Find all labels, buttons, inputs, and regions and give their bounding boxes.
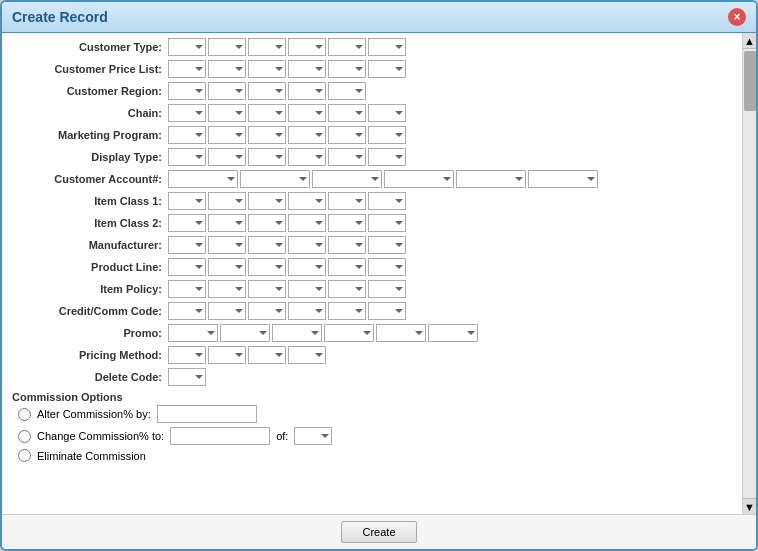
promo-dd-4[interactable] xyxy=(324,324,374,342)
cpl-dd-2[interactable] xyxy=(208,60,246,78)
mp-dd-3[interactable] xyxy=(248,126,286,144)
chain-dd-5[interactable] xyxy=(328,104,366,122)
ca-dd-2[interactable] xyxy=(240,170,310,188)
mfr-dd-5[interactable] xyxy=(328,236,366,254)
customer-type-dd-5[interactable] xyxy=(328,38,366,56)
cpl-dd-1[interactable] xyxy=(168,60,206,78)
pm-dd-2[interactable] xyxy=(208,346,246,364)
cpl-dd-3[interactable] xyxy=(248,60,286,78)
ip-dd-4[interactable] xyxy=(288,280,326,298)
scroll-down-button[interactable]: ▼ xyxy=(743,498,756,514)
ccc-dd-1[interactable] xyxy=(168,302,206,320)
ccc-dd-5[interactable] xyxy=(328,302,366,320)
dt-dd-6[interactable] xyxy=(368,148,406,166)
mfr-dd-2[interactable] xyxy=(208,236,246,254)
customer-type-dd-4[interactable] xyxy=(288,38,326,56)
customer-type-dd-2[interactable] xyxy=(208,38,246,56)
ic1-dd-1[interactable] xyxy=(168,192,206,210)
ccc-dd-4[interactable] xyxy=(288,302,326,320)
eliminate-commission-radio[interactable] xyxy=(18,449,31,462)
ca-dd-6[interactable] xyxy=(528,170,598,188)
cpl-dd-6[interactable] xyxy=(368,60,406,78)
chain-dd-2[interactable] xyxy=(208,104,246,122)
ccc-dd-6[interactable] xyxy=(368,302,406,320)
ic2-dd-2[interactable] xyxy=(208,214,246,232)
pl-dd-6[interactable] xyxy=(368,258,406,276)
mfr-dd-1[interactable] xyxy=(168,236,206,254)
pl-dd-2[interactable] xyxy=(208,258,246,276)
customer-type-dd-3[interactable] xyxy=(248,38,286,56)
ca-dd-1[interactable] xyxy=(168,170,238,188)
dt-dd-2[interactable] xyxy=(208,148,246,166)
ccc-dd-2[interactable] xyxy=(208,302,246,320)
cr-dd-1[interactable] xyxy=(168,82,206,100)
promo-dd-5[interactable] xyxy=(376,324,426,342)
customer-type-dd-6[interactable] xyxy=(368,38,406,56)
ic1-dd-4[interactable] xyxy=(288,192,326,210)
chain-dd-4[interactable] xyxy=(288,104,326,122)
pl-dd-3[interactable] xyxy=(248,258,286,276)
pl-dd-1[interactable] xyxy=(168,258,206,276)
pm-dd-1[interactable] xyxy=(168,346,206,364)
ic1-dd-6[interactable] xyxy=(368,192,406,210)
ccc-dd-3[interactable] xyxy=(248,302,286,320)
ic2-dd-4[interactable] xyxy=(288,214,326,232)
alter-commission-radio[interactable] xyxy=(18,408,31,421)
scrollbar-thumb[interactable] xyxy=(744,51,756,111)
mp-dd-1[interactable] xyxy=(168,126,206,144)
ic2-dd-5[interactable] xyxy=(328,214,366,232)
mp-dd-2[interactable] xyxy=(208,126,246,144)
ip-dd-6[interactable] xyxy=(368,280,406,298)
alter-commission-input[interactable] xyxy=(157,405,257,423)
promo-dd-2[interactable] xyxy=(220,324,270,342)
mp-dd-5[interactable] xyxy=(328,126,366,144)
dt-dd-1[interactable] xyxy=(168,148,206,166)
ip-dd-1[interactable] xyxy=(168,280,206,298)
ic1-dd-5[interactable] xyxy=(328,192,366,210)
ic1-dd-2[interactable] xyxy=(208,192,246,210)
scroll-up-button[interactable]: ▲ xyxy=(743,33,756,49)
create-button[interactable]: Create xyxy=(341,521,416,543)
promo-dd-6[interactable] xyxy=(428,324,478,342)
ic1-dd-3[interactable] xyxy=(248,192,286,210)
mfr-dd-6[interactable] xyxy=(368,236,406,254)
ca-dd-3[interactable] xyxy=(312,170,382,188)
ic2-dd-3[interactable] xyxy=(248,214,286,232)
pm-dd-4[interactable] xyxy=(288,346,326,364)
mfr-dd-3[interactable] xyxy=(248,236,286,254)
mfr-dd-4[interactable] xyxy=(288,236,326,254)
ic2-dd-6[interactable] xyxy=(368,214,406,232)
cr-dd-3[interactable] xyxy=(248,82,286,100)
cpl-dd-4[interactable] xyxy=(288,60,326,78)
mp-dd-4[interactable] xyxy=(288,126,326,144)
ic2-dd-1[interactable] xyxy=(168,214,206,232)
cr-dd-5[interactable] xyxy=(328,82,366,100)
pl-dd-4[interactable] xyxy=(288,258,326,276)
customer-type-dd-1[interactable] xyxy=(168,38,206,56)
ip-dd-5[interactable] xyxy=(328,280,366,298)
dt-dd-4[interactable] xyxy=(288,148,326,166)
change-commission-input[interactable] xyxy=(170,427,270,445)
change-commission-radio[interactable] xyxy=(18,430,31,443)
ip-dd-2[interactable] xyxy=(208,280,246,298)
change-commission-dd[interactable] xyxy=(294,427,332,445)
cpl-dd-5[interactable] xyxy=(328,60,366,78)
pm-dd-3[interactable] xyxy=(248,346,286,364)
promo-dd-1[interactable] xyxy=(168,324,218,342)
scrollbar[interactable]: ▲ ▼ xyxy=(742,33,756,514)
close-button[interactable]: × xyxy=(728,8,746,26)
chain-dd-1[interactable] xyxy=(168,104,206,122)
dt-dd-3[interactable] xyxy=(248,148,286,166)
pl-dd-5[interactable] xyxy=(328,258,366,276)
ca-dd-5[interactable] xyxy=(456,170,526,188)
dc-dd-1[interactable] xyxy=(168,368,206,386)
dt-dd-5[interactable] xyxy=(328,148,366,166)
chain-dd-3[interactable] xyxy=(248,104,286,122)
ca-dd-4[interactable] xyxy=(384,170,454,188)
chain-dd-6[interactable] xyxy=(368,104,406,122)
mp-dd-6[interactable] xyxy=(368,126,406,144)
promo-dd-3[interactable] xyxy=(272,324,322,342)
cr-dd-2[interactable] xyxy=(208,82,246,100)
ip-dd-3[interactable] xyxy=(248,280,286,298)
cr-dd-4[interactable] xyxy=(288,82,326,100)
